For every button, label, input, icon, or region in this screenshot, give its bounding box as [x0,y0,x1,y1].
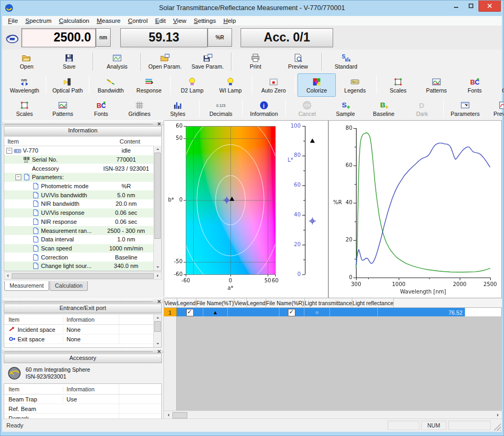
item-patterns[interactable]: Patterns [44,97,82,120]
scroll-up-icon[interactable] [154,315,161,321]
scroll-up-icon[interactable] [154,146,161,152]
view-r-cell[interactable] [279,308,304,317]
light-reflectance-cell[interactable] [465,308,502,317]
menu-item-calculation[interactable]: Calculation [55,17,93,24]
photometric-unit-button[interactable]: %R [208,28,232,47]
info-row-nir-bandwidth[interactable]: NIR bandwidth 20.0 nm [4,199,161,208]
scroll-down-icon[interactable] [154,341,161,347]
menu-item-spectrum[interactable]: Spectrum [22,17,55,24]
column-header-file-name-%r[interactable]: File Name(%R) [266,298,305,307]
row-number-cell[interactable]: 1 [164,308,177,317]
tab-calculation[interactable]: Calculation [49,281,88,291]
info-row-v-770[interactable]: − V-770 idle [4,146,161,155]
scroll-right-icon[interactable] [494,412,501,418]
item-wi-lamp[interactable]: WI Lamp [211,73,250,97]
info-row-measurement-ran[interactable]: Measurement ran... 2500 - 300 nm [4,226,161,235]
column-header-file-name-%t[interactable]: File Name(%T) [196,298,235,307]
item-baseline[interactable]: B Baseline [365,97,403,120]
panel-grip[interactable] [2,298,163,303]
scroll-down-icon[interactable] [154,264,161,270]
item-dark[interactable]: D Dark [403,97,441,120]
wavelength-unit-button[interactable]: nm [96,28,111,47]
wavelength-input[interactable] [22,30,92,45]
close-button[interactable] [478,0,501,12]
menu-item-measure[interactable]: Measure [93,17,125,24]
item-gridlines[interactable]: Gridlines [120,97,159,120]
info-horizontal-scrollbar[interactable] [4,272,162,280]
column-header-light-reflectance[interactable]: Light reflectance [352,298,394,307]
panel-close-icon[interactable] [157,348,162,353]
view-t-checkbox[interactable] [186,309,194,316]
tab-measurement[interactable]: Measurement [4,281,49,291]
column-header-legend[interactable]: Legend [177,298,196,307]
item-open-param[interactable]: Open Param. [144,50,186,73]
item-analysis[interactable]: Analysis [96,50,138,73]
item-scales[interactable]: Scales [5,97,44,120]
item-print[interactable]: Print [234,50,277,73]
legend-r-cell[interactable]: ○ [304,308,330,317]
legend-t-cell[interactable]: ▲ [203,308,228,317]
item-save[interactable]: Save [48,50,90,73]
expander-icon[interactable]: − [6,148,12,154]
minimize-button[interactable] [449,0,464,11]
item-styles[interactable]: Styles [159,97,197,120]
accessory-row-ref-beam[interactable]: Ref. Beam [4,404,161,414]
view-r-checkbox[interactable] [288,309,295,316]
wavelength-display[interactable] [21,28,96,47]
column-header-view[interactable]: View [164,298,177,307]
info-row-change-light-sour[interactable]: Change light sour... 340.0 nm [4,262,161,271]
menu-item-control[interactable]: Control [124,17,151,24]
item-gridlines[interactable]: Gridlines [494,73,504,97]
panel-grip[interactable] [2,348,163,353]
menu-item-help[interactable]: Help [220,17,240,24]
scroll-left-icon[interactable] [5,273,11,279]
port-row-exit-space[interactable]: Exit space None [4,334,161,344]
item-scales[interactable]: Scales [379,73,417,97]
scroll-left-icon[interactable] [165,412,171,418]
info-row-correction[interactable]: Correction Baseline [4,253,161,262]
panel-grip[interactable] [2,120,163,125]
menu-item-view[interactable]: View [169,17,190,24]
scrollbar-thumb[interactable] [154,153,161,239]
item-legends[interactable]: No.1 Legends [336,73,374,97]
scrollbar-thumb[interactable] [154,321,161,332]
item-decimals[interactable]: 0.123 Decimals [202,97,240,120]
file-name-r-cell[interactable] [330,308,378,317]
item-fonts[interactable]: BC Fonts [456,73,494,97]
maximize-button[interactable] [464,0,478,11]
item-preview[interactable]: Preview [277,50,319,73]
scrollbar-thumb[interactable] [172,412,187,418]
info-row-parameters[interactable]: − Parameters: [4,173,161,182]
item-information[interactable]: i Information [245,97,283,120]
info-row-accessory[interactable]: Accessory ISN-923 / 923001 [4,164,161,173]
info-row-uv-vis-response[interactable]: UV/Vis response 0.06 sec [4,208,161,217]
item-parameters[interactable]: Parameters [446,97,484,120]
file-name-t-cell[interactable] [228,308,279,317]
item-save-param[interactable]: Save Param. [186,50,229,73]
port-vertical-scrollbar[interactable] [153,314,161,347]
item-optical-path[interactable]: Optical Path [48,73,87,97]
panel-close-icon[interactable] [157,121,162,125]
item-cancel[interactable]: STOP Cancel [288,97,326,120]
menu-item-settings[interactable]: Settings [190,17,220,24]
info-row-nir-response[interactable]: NIR response 0.06 sec [4,217,161,227]
scrollbar-thumb[interactable] [12,273,154,279]
resize-grip[interactable] [493,423,501,431]
item-patterns[interactable]: Patterns [417,73,456,97]
accessory-row-beam-trap[interactable]: Beam Trap Use [4,395,161,404]
table-row[interactable]: 1 ▲ ○ 76.52 [164,308,502,317]
item-colorize[interactable]: Colorize [298,73,336,97]
item-fonts[interactable]: BC Fonts [82,97,120,120]
item-auto-zero[interactable]: Auto Zero [254,73,293,97]
info-row-serial-no[interactable]: 123 Serial No. 770001 [4,155,161,164]
menu-item-edit[interactable]: Edit [152,17,170,24]
view-t-cell[interactable] [177,308,203,317]
item-d2-lamp[interactable]: D2 D2 Lamp [173,73,211,97]
info-row-uv-vis-bandwidth[interactable]: UV/Vis bandwidth 5.0 nm [4,190,161,199]
item-sample[interactable]: S Sample [326,97,365,120]
scroll-right-icon[interactable] [155,273,161,279]
item-response[interactable]: Response [130,73,168,97]
panel-close-icon[interactable] [157,298,162,303]
item-wavelength[interactable]: nm Wavelength [5,73,44,97]
item-preview[interactable]: Preview [484,97,504,120]
